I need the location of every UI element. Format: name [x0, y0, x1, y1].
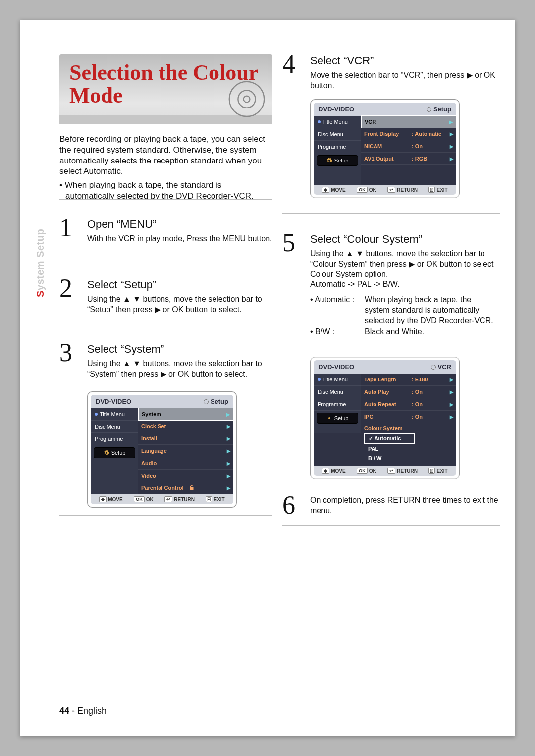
chevron-right-icon: ▸: [450, 130, 453, 138]
nav-setup[interactable]: Setup: [317, 413, 358, 424]
osd-main: System ▸ Clock Set▸ Install▸ Language▸ A…: [138, 408, 233, 494]
osd-nav: Title Menu Disc Menu Programme Setup: [91, 408, 138, 494]
ok-key-icon: OK: [357, 468, 368, 474]
divider: [59, 199, 272, 200]
osd-row-auto-repeat[interactable]: Auto Repeat: On▸: [361, 398, 456, 411]
colour-option-bw[interactable]: B / W: [364, 454, 414, 463]
step-5-text: Using the ▲ ▼ buttons, move the selectio…: [310, 249, 498, 290]
chevron-right-icon: ▸: [227, 422, 230, 430]
step-1-title: Open “MENU”: [87, 218, 275, 231]
intro-paragraph: Before recording or playing back a tape,…: [59, 134, 272, 177]
divider: [282, 525, 500, 526]
chevron-right-icon: ▸: [450, 413, 453, 421]
nav-setup[interactable]: Setup: [317, 155, 358, 166]
osd-row-auto-play[interactable]: Auto Play: On▸: [361, 386, 456, 398]
nav-setup[interactable]: Setup: [94, 447, 135, 458]
nav-disc-menu[interactable]: Disc Menu: [314, 386, 361, 398]
page-number: 44: [59, 706, 69, 716]
osd-panel-vcr: DVD-VIDEO Setup Title Menu Disc Menu Pro…: [310, 99, 460, 198]
chevron-right-icon: ▸: [450, 142, 453, 150]
page-language: English: [77, 706, 107, 716]
osd-row-parental[interactable]: Parental Control ▸: [138, 482, 233, 494]
nav-title-menu[interactable]: Title Menu: [91, 408, 138, 421]
circle-icon: [431, 365, 436, 370]
osd-row-tape-length[interactable]: Tape Length: E180▸: [361, 374, 456, 386]
chevron-right-icon: ▸: [227, 447, 230, 455]
move-key-icon: ◆: [322, 187, 329, 193]
step-number-3: 3: [59, 340, 72, 366]
osd-header-title: DVD-VIDEO: [96, 398, 131, 405]
step-number-6: 6: [282, 492, 295, 518]
step-5-title: Select “Colour System”: [310, 233, 498, 246]
exit-key-icon: ⍇: [428, 468, 435, 474]
colour-option-automatic[interactable]: ✓ Automatic: [364, 433, 415, 444]
return-key-icon: ↩: [387, 187, 395, 193]
osd-row-clock-set[interactable]: Clock Set▸: [138, 420, 233, 432]
ok-key-icon: OK: [134, 496, 145, 502]
osd-header-title: DVD-VIDEO: [319, 106, 354, 113]
osd-header-crumb: VCR: [438, 363, 451, 371]
nav-title-menu[interactable]: Title Menu: [314, 116, 361, 128]
colour-option-pal[interactable]: PAL: [364, 444, 414, 453]
intro-bullet: • When playing back a tape, the standard…: [59, 180, 272, 202]
lock-icon: [189, 485, 195, 491]
osd-row-ipc[interactable]: IPC: On▸: [361, 411, 456, 423]
osd-row-vcr[interactable]: VCR ▸: [361, 115, 456, 128]
nav-disc-menu[interactable]: Disc Menu: [314, 128, 361, 141]
chevron-right-icon: ▸: [449, 118, 453, 126]
osd-panel-colour-system: DVD-VIDEO VCR Title Menu Disc Menu Progr…: [310, 357, 460, 479]
chevron-right-icon: ▸: [227, 434, 230, 442]
step-2-title: Select “Setup”: [87, 278, 275, 291]
osd-footer: ◆MOVE OKOK ↩RETURN ⍇EXIT: [91, 494, 233, 504]
circle-icon: [427, 107, 431, 112]
nav-programme[interactable]: Programme: [91, 433, 138, 445]
step-number-2: 2: [59, 275, 72, 301]
gear-icon: [326, 415, 332, 421]
osd-header-title: DVD-VIDEO: [319, 363, 354, 371]
osd-row-front-display[interactable]: Front Display: Automatic▸: [361, 128, 456, 140]
nav-programme[interactable]: Programme: [314, 398, 361, 411]
svg-point-0: [229, 82, 264, 116]
osd-header: DVD-VIDEO VCR: [314, 360, 456, 374]
osd-header-crumb: Setup: [433, 106, 451, 113]
osd-panel-system: DVD-VIDEO Setup Title Menu Disc Menu Pro…: [87, 391, 237, 508]
osd-row-colour-system[interactable]: Colour System: [361, 423, 456, 433]
exit-key-icon: ⍇: [206, 496, 212, 502]
divider: [282, 481, 500, 481]
title-banner: Selection the Colour Mode: [59, 54, 272, 124]
osd-nav: Title Menu Disc Menu Programme Setup: [314, 116, 361, 185]
step-number-5: 5: [282, 230, 295, 256]
nav-programme[interactable]: Programme: [314, 141, 361, 153]
osd-footer: ◆MOVE OKOK ↩RETURN ⍇EXIT: [314, 185, 456, 195]
move-key-icon: ◆: [99, 496, 107, 502]
osd-row-nicam[interactable]: NICAM: On▸: [361, 140, 456, 153]
osd-row-language[interactable]: Language▸: [138, 445, 233, 457]
nav-disc-menu[interactable]: Disc Menu: [91, 421, 138, 433]
page-sep: -: [69, 706, 77, 716]
gear-icon: [104, 450, 109, 456]
divider: [282, 213, 500, 214]
step-3-text: Using the ▲ ▼ buttons, move the selectio…: [87, 359, 275, 379]
step-5-definitions: • Automatic :When playing back a tape, t…: [310, 295, 498, 337]
side-tab-initial: S: [35, 290, 46, 297]
page-footer: 44 - English: [59, 706, 107, 716]
osd-row-install[interactable]: Install▸: [138, 432, 233, 445]
osd-row-system[interactable]: System ▸: [138, 408, 233, 421]
ok-key-icon: OK: [357, 187, 368, 193]
chevron-right-icon: ▸: [227, 472, 230, 480]
osd-header: DVD-VIDEO Setup: [91, 395, 233, 408]
chevron-right-icon: ▸: [450, 400, 453, 408]
step-6-text: On completion, press RETURN three times …: [310, 495, 498, 516]
osd-row-av1-output[interactable]: AV1 Output: RGB▸: [361, 153, 456, 165]
step-2-text: Using the ▲ ▼ buttons, move the selectio…: [87, 294, 275, 315]
osd-row-video[interactable]: Video▸: [138, 470, 233, 482]
disc-icon: [227, 79, 267, 119]
step-number-4: 4: [282, 52, 295, 77]
step-4-title: Select “VCR”: [310, 54, 498, 67]
divider: [59, 515, 272, 516]
nav-title-menu[interactable]: Title Menu: [314, 374, 361, 386]
osd-row-audio[interactable]: Audio▸: [138, 457, 233, 470]
side-tab-system-setup: System Setup: [35, 229, 46, 297]
chevron-right-icon: ▸: [226, 410, 230, 418]
step-3-title: Select “System”: [87, 343, 275, 356]
